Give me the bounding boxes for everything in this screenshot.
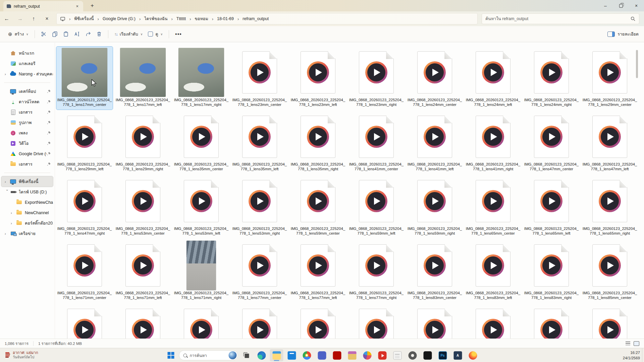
file-tile[interactable]: IMG_0868_20260123_225204_778_1_lens71mm_… bbox=[173, 240, 229, 303]
copy-button[interactable] bbox=[49, 29, 60, 39]
taskbar-clock[interactable]: 16:27 24/1/2569 bbox=[623, 350, 640, 361]
file-tile[interactable]: IMG_0868_20260123_225204_778_1_lens85mm_… bbox=[582, 240, 638, 303]
maximize-button[interactable] bbox=[613, 0, 629, 11]
forward-button[interactable]: → bbox=[13, 16, 27, 22]
file-tile[interactable]: IMG_0868_20260123_225204_778_1_lens23mm_… bbox=[290, 47, 346, 110]
taskbar-notepad-icon[interactable] bbox=[391, 349, 404, 361]
file-tile[interactable] bbox=[115, 304, 171, 339]
file-tile[interactable]: IMG_0868_20260123_225204_778_1_lens77mm_… bbox=[290, 240, 346, 303]
taskbar-settings-icon[interactable] bbox=[406, 349, 419, 361]
file-tile[interactable]: IMG_0868_20260123_225204_778_1_lens41mm_… bbox=[348, 111, 405, 174]
start-button[interactable] bbox=[165, 349, 177, 361]
taskbar-photos-icon[interactable] bbox=[361, 349, 374, 361]
file-tile[interactable]: IMG_0868_20260123_225204_778_1_lens71mm_… bbox=[56, 240, 113, 303]
tree-chevron-icon[interactable]: › bbox=[11, 211, 16, 215]
taskbar-search-box[interactable]: การค้นหา bbox=[179, 350, 238, 360]
taskbar-acrobat-icon[interactable] bbox=[330, 349, 344, 361]
new-tab-button[interactable]: + bbox=[88, 2, 97, 10]
file-tile[interactable]: IMG_0868_20260123_225204_778_1_lens35mm_… bbox=[290, 111, 346, 174]
file-tile[interactable]: IMG_0868_20260123_225204_778_1_lens47mm_… bbox=[523, 111, 580, 174]
sidebar-item-documents[interactable]: › เอกสาร bbox=[1, 107, 53, 117]
sidebar-item-export-new-chanel[interactable]: › ExportNewChanel bbox=[7, 197, 53, 207]
tab-refram-output[interactable]: refram_output × bbox=[3, 1, 83, 11]
tree-chevron-icon[interactable]: › bbox=[5, 232, 10, 236]
sidebar-item-onedrive-narong[interactable]: › Narong - ส่วนบุคคล bbox=[1, 69, 53, 79]
sidebar-item-home[interactable]: › หน้าแรก bbox=[1, 48, 53, 58]
file-tile[interactable]: IMG_0868_20260123_225204_778_1_lens77mm_… bbox=[231, 240, 288, 303]
minimize-button[interactable]: – bbox=[598, 0, 613, 11]
large-icons-view-toggle-icon[interactable] bbox=[634, 341, 639, 346]
file-tile[interactable]: IMG_0868_20260123_225204_778_1_lens17mm_… bbox=[173, 47, 229, 110]
sidebar-item-downloads[interactable]: › ↓ ดาวน์โหลด bbox=[1, 97, 53, 107]
file-tile[interactable]: IMG_0868_20260123_225204_778_1_lens53mm_… bbox=[231, 175, 288, 238]
back-button[interactable]: ← bbox=[0, 16, 13, 22]
file-tile[interactable]: IMG_0868_20260123_225204_778_1_lens24mm_… bbox=[523, 47, 580, 110]
tree-chevron-icon[interactable]: › bbox=[11, 221, 16, 225]
file-tile[interactable]: IMG_0868_20260123_225204_778_1_lens65mm_… bbox=[582, 175, 638, 238]
file-tile[interactable]: IMG_0868_20260123_225204_778_1_lens59mm_… bbox=[290, 175, 346, 238]
file-tile[interactable] bbox=[231, 304, 288, 339]
tab-close-icon[interactable]: × bbox=[74, 4, 80, 9]
file-tile[interactable]: IMG_0868_20260123_225204_778_1_lens29mm_… bbox=[56, 111, 113, 174]
file-tile[interactable] bbox=[523, 304, 580, 339]
file-tile[interactable]: IMG_0868_20260123_225204_778_1_lens71mm_… bbox=[115, 240, 171, 303]
file-tile[interactable]: IMG_0868_20260123_225204_778_1_lens17mm_… bbox=[56, 47, 113, 110]
tree-chevron-icon[interactable]: › bbox=[5, 180, 10, 184]
file-tile[interactable] bbox=[173, 304, 229, 339]
file-tile[interactable]: IMG_0868_20260123_225204_778_1_lens23mm_… bbox=[348, 47, 405, 110]
breadcrumb-item[interactable]: Google Drive (G:) › bbox=[101, 16, 143, 22]
weather-widget[interactable]: อากาศ: แย่มาก วันจันทร์ถัดไป bbox=[3, 350, 41, 360]
sidebar-item-videos[interactable]: › ▶ วิดีโอ bbox=[1, 138, 53, 148]
file-tile[interactable]: IMG_0868_20260123_225204_778_1_lens83mm_… bbox=[465, 240, 521, 303]
file-tile[interactable] bbox=[56, 304, 113, 339]
file-tile[interactable]: IMG_0868_20260123_225204_778_1_lens35mm_… bbox=[231, 111, 288, 174]
file-tile[interactable]: IMG_0868_20260123_225204_778_1_lens17mm_… bbox=[115, 47, 171, 110]
taskbar-photoshop-icon[interactable]: Ps bbox=[436, 349, 449, 361]
paste-button[interactable] bbox=[60, 29, 71, 39]
file-tile[interactable]: IMG_0868_20260123_225204_778_1_lens83mm_… bbox=[523, 240, 580, 303]
breadcrumb-item[interactable]: 18-01-69 › bbox=[216, 16, 241, 22]
close-button[interactable]: × bbox=[629, 0, 644, 11]
breadcrumb-item[interactable]: Ttttttt › bbox=[175, 16, 194, 22]
file-tile[interactable]: IMG_0868_20260123_225204_778_1_lens24mm_… bbox=[407, 47, 463, 110]
taskbar-anydesk-icon[interactable]: A bbox=[451, 349, 465, 361]
taskbar-firefox-icon[interactable] bbox=[466, 349, 480, 361]
sidebar-item-pictures[interactable]: › รูปภาพ bbox=[1, 117, 53, 128]
file-tile[interactable]: IMG_0868_20260123_225204_778_1_lens59mm_… bbox=[407, 175, 463, 238]
file-tile[interactable]: IMG_0868_20260123_225204_778_1_lens53mm_… bbox=[173, 175, 229, 238]
file-tile[interactable] bbox=[290, 304, 346, 339]
file-tile[interactable]: IMG_0868_20260123_225204_778_1_lens65mm_… bbox=[465, 175, 521, 238]
taskbar-capcut-icon[interactable] bbox=[421, 349, 434, 361]
up-button[interactable]: ↑ bbox=[27, 16, 40, 22]
file-tile[interactable]: IMG_0868_20260123_225204_778_1_lens59mm_… bbox=[348, 175, 405, 238]
file-tile[interactable]: IMG_0868_20260123_225204_778_1_lens65mm_… bbox=[523, 175, 580, 238]
details-view-toggle-icon[interactable] bbox=[626, 342, 630, 345]
details-pane-button[interactable]: รายละเอียด bbox=[607, 31, 639, 38]
file-tile[interactable]: IMG_0868_20260123_225204_778_1_lens77mm_… bbox=[348, 240, 405, 303]
scrollbar-thumb[interactable] bbox=[636, 50, 638, 78]
search-highlight-image[interactable] bbox=[229, 351, 237, 359]
file-tile[interactable]: IMG_0868_20260123_225204_778_1_lens83mm_… bbox=[407, 240, 463, 303]
sidebar-item-tiktok-course-2026[interactable]: › คอร์สติ๊กต๊อก2026 bbox=[7, 218, 53, 228]
file-tile[interactable]: IMG_0868_20260123_225204_778_1_lens53mm_… bbox=[115, 175, 171, 238]
sort-button[interactable]: ↑↓ เรียงลำดับ ∨ bbox=[112, 29, 146, 40]
breadcrumb-item[interactable]: ไดรฟ์ของฉัน › bbox=[143, 15, 175, 23]
sidebar-item-desktop[interactable]: › เดสก์ท็อป bbox=[1, 86, 53, 97]
view-button[interactable]: ดู ∨ bbox=[145, 29, 165, 40]
taskbar-edge-icon[interactable] bbox=[255, 349, 268, 361]
tree-chevron-icon[interactable]: › bbox=[5, 72, 10, 76]
address-bar[interactable]: › พีซีเครื่องนี้ › Google Drive (G:) › ไ… bbox=[56, 13, 478, 24]
file-tile[interactable]: IMG_0868_20260123_225204_778_1_lens47mm_… bbox=[56, 175, 113, 238]
taskbar-youtube-icon[interactable] bbox=[376, 349, 389, 361]
taskbar-chrome-icon[interactable] bbox=[300, 349, 314, 361]
file-tile[interactable]: IMG_0868_20260123_225204_778_1_lens29mm_… bbox=[582, 47, 638, 110]
breadcrumb-item[interactable]: refram_output › bbox=[241, 16, 270, 22]
sidebar-item-usb-drive-d[interactable]: › ไดรฟ์ USB (D:) bbox=[1, 187, 53, 197]
file-tile[interactable]: IMG_0868_20260123_225204_778_1_lens23mm_… bbox=[231, 47, 288, 110]
file-tile[interactable]: IMG_0868_20260123_225204_778_1_lens29mm_… bbox=[115, 111, 171, 174]
breadcrumb-item[interactable]: ขอหอม › bbox=[194, 15, 216, 23]
taskbar-file-explorer-icon[interactable] bbox=[270, 349, 283, 361]
file-tile[interactable] bbox=[465, 304, 521, 339]
share-button[interactable] bbox=[83, 29, 94, 39]
more-options-button[interactable]: ••• bbox=[172, 29, 184, 39]
